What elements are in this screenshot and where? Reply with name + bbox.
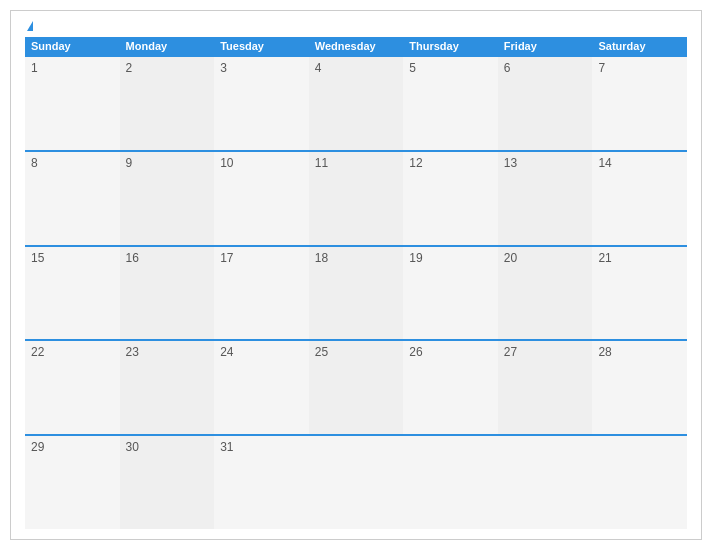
day-cell: 25 bbox=[309, 341, 404, 434]
day-cell: 6 bbox=[498, 57, 593, 150]
day-header-tuesday: Tuesday bbox=[214, 37, 309, 55]
day-number: 1 bbox=[31, 61, 38, 75]
day-number: 15 bbox=[31, 251, 44, 265]
day-number: 14 bbox=[598, 156, 611, 170]
day-number: 26 bbox=[409, 345, 422, 359]
day-cell: 26 bbox=[403, 341, 498, 434]
day-cell: 2 bbox=[120, 57, 215, 150]
day-number: 31 bbox=[220, 440, 233, 454]
day-cell: 23 bbox=[120, 341, 215, 434]
day-cell: 24 bbox=[214, 341, 309, 434]
day-cell: 1 bbox=[25, 57, 120, 150]
day-cell: 13 bbox=[498, 152, 593, 245]
day-cell: 5 bbox=[403, 57, 498, 150]
day-number: 25 bbox=[315, 345, 328, 359]
day-cell bbox=[592, 436, 687, 529]
calendar: SundayMondayTuesdayWednesdayThursdayFrid… bbox=[10, 10, 702, 540]
calendar-header bbox=[25, 21, 687, 31]
day-header-friday: Friday bbox=[498, 37, 593, 55]
day-number: 4 bbox=[315, 61, 322, 75]
day-header-sunday: Sunday bbox=[25, 37, 120, 55]
day-number: 12 bbox=[409, 156, 422, 170]
day-cell: 4 bbox=[309, 57, 404, 150]
day-cell: 20 bbox=[498, 247, 593, 340]
day-number: 3 bbox=[220, 61, 227, 75]
weeks: 1234567891011121314151617181920212223242… bbox=[25, 55, 687, 529]
day-cell: 15 bbox=[25, 247, 120, 340]
day-number: 27 bbox=[504, 345, 517, 359]
day-number: 2 bbox=[126, 61, 133, 75]
day-number: 23 bbox=[126, 345, 139, 359]
day-header-wednesday: Wednesday bbox=[309, 37, 404, 55]
day-number: 19 bbox=[409, 251, 422, 265]
day-number: 5 bbox=[409, 61, 416, 75]
day-cell bbox=[498, 436, 593, 529]
day-number: 16 bbox=[126, 251, 139, 265]
day-number: 30 bbox=[126, 440, 139, 454]
day-number: 28 bbox=[598, 345, 611, 359]
day-cell: 11 bbox=[309, 152, 404, 245]
day-number: 24 bbox=[220, 345, 233, 359]
day-number: 11 bbox=[315, 156, 328, 170]
day-cell: 10 bbox=[214, 152, 309, 245]
day-number: 21 bbox=[598, 251, 611, 265]
day-cell: 19 bbox=[403, 247, 498, 340]
logo bbox=[25, 21, 33, 31]
calendar-grid: SundayMondayTuesdayWednesdayThursdayFrid… bbox=[25, 37, 687, 529]
day-header-saturday: Saturday bbox=[592, 37, 687, 55]
day-cell: 12 bbox=[403, 152, 498, 245]
day-number: 8 bbox=[31, 156, 38, 170]
day-number: 22 bbox=[31, 345, 44, 359]
day-cell: 17 bbox=[214, 247, 309, 340]
day-cell: 22 bbox=[25, 341, 120, 434]
day-cell: 8 bbox=[25, 152, 120, 245]
day-number: 9 bbox=[126, 156, 133, 170]
week-row: 22232425262728 bbox=[25, 339, 687, 434]
day-cell: 31 bbox=[214, 436, 309, 529]
week-row: 293031 bbox=[25, 434, 687, 529]
day-number: 17 bbox=[220, 251, 233, 265]
day-cell: 9 bbox=[120, 152, 215, 245]
day-number: 7 bbox=[598, 61, 605, 75]
day-headers: SundayMondayTuesdayWednesdayThursdayFrid… bbox=[25, 37, 687, 55]
day-number: 6 bbox=[504, 61, 511, 75]
day-cell: 29 bbox=[25, 436, 120, 529]
day-cell: 7 bbox=[592, 57, 687, 150]
day-header-monday: Monday bbox=[120, 37, 215, 55]
day-cell: 16 bbox=[120, 247, 215, 340]
week-row: 15161718192021 bbox=[25, 245, 687, 340]
day-cell: 14 bbox=[592, 152, 687, 245]
day-number: 20 bbox=[504, 251, 517, 265]
day-cell: 21 bbox=[592, 247, 687, 340]
day-cell bbox=[403, 436, 498, 529]
day-number: 18 bbox=[315, 251, 328, 265]
day-cell bbox=[309, 436, 404, 529]
week-row: 891011121314 bbox=[25, 150, 687, 245]
day-cell: 3 bbox=[214, 57, 309, 150]
day-number: 10 bbox=[220, 156, 233, 170]
day-number: 13 bbox=[504, 156, 517, 170]
day-header-thursday: Thursday bbox=[403, 37, 498, 55]
day-cell: 30 bbox=[120, 436, 215, 529]
day-cell: 28 bbox=[592, 341, 687, 434]
logo-triangle-icon bbox=[27, 21, 33, 31]
week-row: 1234567 bbox=[25, 55, 687, 150]
day-cell: 18 bbox=[309, 247, 404, 340]
day-cell: 27 bbox=[498, 341, 593, 434]
day-number: 29 bbox=[31, 440, 44, 454]
